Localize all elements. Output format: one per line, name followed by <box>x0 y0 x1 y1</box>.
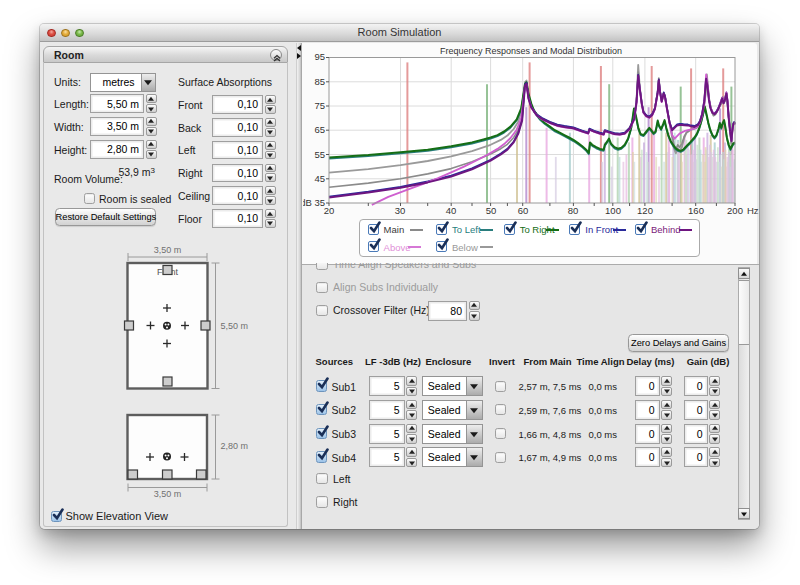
svg-text:160: 160 <box>688 205 704 216</box>
svg-text:95: 95 <box>314 51 325 62</box>
svg-text:55: 55 <box>314 149 325 160</box>
svg-text:50: 50 <box>486 205 497 216</box>
svg-text:65: 65 <box>314 124 325 135</box>
svg-text:100: 100 <box>605 205 621 216</box>
svg-text:Hz: Hz <box>747 205 759 216</box>
svg-text:3,50 m: 3,50 m <box>154 489 182 499</box>
svg-text:Frequency Responses and Modal: Frequency Responses and Modal Distributi… <box>440 46 622 56</box>
svg-text:60: 60 <box>518 205 529 216</box>
svg-text:3,50 m: 3,50 m <box>154 245 182 255</box>
svg-text:45: 45 <box>314 173 325 184</box>
svg-text:120: 120 <box>637 205 653 216</box>
svg-text:2,80 m: 2,80 m <box>221 441 249 451</box>
svg-text:30: 30 <box>395 205 406 216</box>
svg-text:85: 85 <box>314 76 325 87</box>
svg-text:20: 20 <box>324 205 335 216</box>
svg-text:5,50 m: 5,50 m <box>221 321 249 331</box>
svg-text:75: 75 <box>314 100 325 111</box>
svg-text:40: 40 <box>446 205 457 216</box>
svg-text:200: 200 <box>727 205 743 216</box>
svg-text:80: 80 <box>568 205 579 216</box>
svg-text:dB 35: dB 35 <box>303 197 325 208</box>
